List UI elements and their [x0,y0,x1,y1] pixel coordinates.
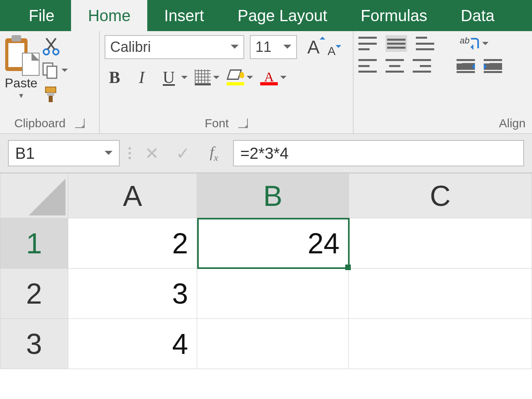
italic-button[interactable]: I [132,68,152,87]
font-launcher-icon[interactable] [238,119,248,128]
svg-line-2 [47,38,56,49]
tab-home[interactable]: Home [71,0,147,31]
tab-page-layout[interactable]: Page Layout [221,0,344,31]
cell-b3[interactable] [197,319,348,369]
paste-dropdown-icon[interactable]: ▾ [19,91,23,100]
cell-c3[interactable] [348,319,532,369]
select-all-corner[interactable] [0,174,68,218]
borders-button[interactable] [195,69,211,85]
decrease-font-size-button[interactable]: A [328,44,336,58]
name-box[interactable]: B1 [8,140,120,166]
orientation-button[interactable]: ab [460,36,480,51]
ribbon-tabstrip: File Home Insert Page Layout Formulas Da… [0,0,532,31]
tab-file[interactable]: File [12,0,71,31]
group-alignment-label: Align [499,117,526,130]
font-size-value: 11 [255,39,271,55]
font-color-dropdown-icon[interactable] [280,76,287,82]
chevron-down-icon [283,45,291,53]
cell-c1[interactable] [348,218,532,269]
group-clipboard-label: Clipboard [14,117,65,130]
svg-rect-8 [49,96,53,102]
tab-formulas[interactable]: Formulas [344,0,444,31]
row-header-2[interactable]: 2 [0,269,68,319]
cell-b1[interactable]: 24 [197,218,348,269]
ribbon: Paste ▾ [0,31,532,134]
bold-button[interactable]: B [105,68,125,87]
align-center-button[interactable] [386,59,404,73]
cell-a1[interactable]: 2 [68,218,197,269]
formula-bar: B1 ✕ ✓ fx =2*3*4 [0,134,532,173]
underline-button[interactable]: U [159,68,179,87]
formula-input-value: =2*3*4 [240,144,289,162]
chevron-down-icon [105,151,113,159]
svg-line-3 [46,38,55,49]
copy-button[interactable] [42,61,59,79]
align-left-button[interactable] [358,59,377,73]
row-header-3[interactable]: 3 [0,319,68,369]
align-right-button[interactable] [413,59,431,73]
group-font-label: Font [205,117,229,130]
font-name-value: Calibri [110,39,151,55]
svg-point-0 [44,49,49,55]
cut-button[interactable] [42,37,68,56]
svg-point-1 [53,49,59,55]
copy-dropdown-icon[interactable] [61,69,68,75]
cell-a2[interactable]: 3 [68,269,197,319]
orientation-dropdown-icon[interactable] [482,42,488,48]
chevron-down-icon [231,45,239,53]
cancel-formula-button[interactable]: ✕ [140,144,164,163]
column-header-c[interactable]: C [348,174,532,218]
svg-rect-7 [47,93,54,96]
tab-data[interactable]: Data [444,0,512,31]
increase-font-size-button[interactable]: A [307,36,320,58]
align-top-button[interactable] [358,37,377,50]
group-alignment: ab Align [354,31,532,133]
underline-dropdown-icon[interactable] [181,76,188,82]
paste-icon [5,35,37,74]
font-size-combo[interactable]: 11 [250,35,297,59]
increase-indent-button[interactable] [484,59,502,73]
row-header-1[interactable]: 1 [0,218,68,269]
name-box-value: B1 [15,144,35,162]
fill-color-button[interactable] [227,69,244,85]
borders-dropdown-icon[interactable] [213,76,220,82]
group-clipboard: Paste ▾ [0,31,100,133]
formula-bar-grip[interactable] [127,147,133,159]
format-painter-button[interactable] [42,85,61,104]
svg-rect-6 [45,87,56,93]
column-header-a[interactable]: A [68,174,197,218]
cell-a3[interactable]: 4 [68,319,197,369]
cell-c2[interactable] [348,269,532,319]
paste-label: Paste [5,76,38,91]
clipboard-launcher-icon[interactable] [75,119,85,128]
enter-formula-button[interactable]: ✓ [171,144,195,163]
tab-insert[interactable]: Insert [147,0,221,31]
worksheet[interactable]: A B C 1 2 24 2 3 3 4 [0,173,532,369]
align-middle-button[interactable] [386,35,407,52]
font-name-combo[interactable]: Calibri [105,35,244,59]
fill-color-dropdown-icon[interactable] [247,76,253,82]
column-header-b[interactable]: B [197,174,348,218]
align-bottom-button[interactable] [416,37,434,50]
paste-button[interactable]: Paste ▾ [5,35,38,100]
formula-input[interactable]: =2*3*4 [233,140,524,166]
insert-function-button[interactable]: fx [202,143,226,163]
cell-b2[interactable] [197,269,348,319]
svg-rect-5 [47,66,57,78]
group-font: Calibri 11 A A B I U [100,31,354,133]
font-color-button[interactable]: A [260,69,278,85]
decrease-indent-button[interactable] [457,59,475,73]
